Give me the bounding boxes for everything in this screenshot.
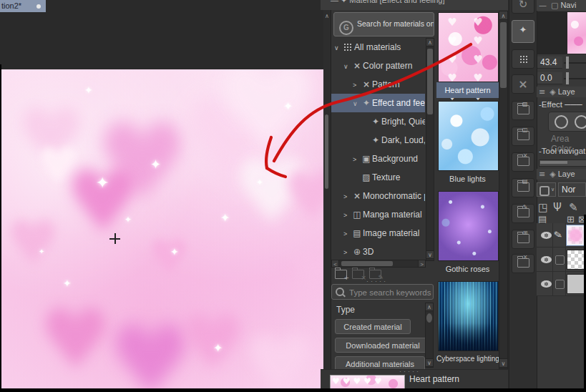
tab-close-icon[interactable]	[36, 4, 41, 9]
category-assets-search[interactable]: ↻	[512, 0, 534, 14]
layer-thumbnail[interactable]	[567, 225, 585, 245]
rotation-slider-thumb[interactable]	[566, 72, 569, 84]
clipping-mask-icon[interactable]: ◳	[538, 201, 548, 214]
category-effect-and-feeling[interactable]: ✦	[512, 20, 534, 43]
heart-shape: ♥	[16, 98, 87, 177]
chevron-right-icon[interactable]: >	[343, 225, 351, 242]
tree-item-color-pattern[interactable]: ∨×Color pattern	[331, 57, 425, 75]
chevron-right-icon[interactable]: >	[353, 150, 361, 168]
new-folder-button[interactable]: +	[335, 270, 347, 281]
scrollbar-thumb[interactable]	[325, 114, 328, 189]
scroll-down-icon[interactable]: ∨	[426, 250, 434, 259]
zoom-slider-thumb[interactable]	[566, 57, 569, 69]
scrollbar-thumb[interactable]	[500, 22, 507, 88]
scroll-down-icon[interactable]: ∨	[425, 358, 434, 367]
draft-pen-icon[interactable]: ✎	[569, 201, 578, 214]
tree-item-background[interactable]: >▣Background	[331, 150, 425, 168]
keyword-search-field[interactable]	[331, 284, 434, 300]
brush-shape-combobox[interactable]: ∨	[537, 182, 556, 197]
tool-navigation-slider[interactable]	[539, 160, 586, 167]
category-edit-folder[interactable]: ✎	[512, 204, 534, 223]
filter-created-material[interactable]: Created material	[335, 319, 411, 334]
chevron-right-icon[interactable]: >	[343, 243, 351, 261]
scroll-right-icon[interactable]: >	[418, 260, 426, 268]
layer-checkbox[interactable]	[555, 255, 565, 265]
assets-logo-icon: G	[339, 21, 353, 35]
effect-icon[interactable]	[575, 115, 586, 129]
tree-item-manga-material[interactable]: >◫Manga material	[331, 205, 425, 224]
layer-row[interactable]	[537, 248, 586, 272]
tree-item-all-materials[interactable]: ∨All materials	[331, 38, 425, 57]
panel-menu-icon[interactable]: —	[331, 0, 338, 4]
zoom-value-field[interactable]: 43.4	[537, 57, 562, 69]
visibility-eye-icon[interactable]	[541, 232, 552, 239]
hatch-folder-icon: ▨	[517, 105, 529, 114]
panel-menu-icon[interactable]: ≡	[539, 87, 545, 97]
chevron-up-icon[interactable]: ∧	[324, 13, 330, 19]
tree-item-monochromatic-pa[interactable]: >×Monochromatic pa	[331, 187, 425, 205]
scrollbar-thumb[interactable]	[426, 313, 432, 323]
delete-folder-button[interactable]: ×	[352, 270, 364, 281]
scroll-down-icon[interactable]: ∨	[499, 358, 508, 368]
chevron-down-icon[interactable]: ∨	[334, 39, 342, 57]
tree-item-pattern[interactable]: >×Pattern	[331, 75, 425, 94]
category-cross-folder[interactable]: ×	[512, 254, 534, 273]
category-texture-folder[interactable]: ▨	[512, 101, 534, 120]
layer-thumbnail[interactable]	[567, 274, 585, 294]
material-thumb-heart-pattern[interactable]: ♥ ♥ ♥ ♥ ♥ ♥ ♥ ♥ ♥ ♥ ♥ ♥	[438, 12, 499, 82]
category-all-materials[interactable]	[512, 49, 534, 69]
tree-item-image-material[interactable]: >▤Image material	[331, 224, 425, 242]
tree-item-dark-loud-t[interactable]: ✦Dark, Loud, T	[331, 131, 425, 150]
search-input[interactable]	[348, 285, 433, 300]
visibility-eye-icon[interactable]	[541, 256, 552, 263]
tree-item-bright-quiet[interactable]: ✦Bright, Quiet,	[331, 112, 425, 131]
category-image-material-folder[interactable]: ▤	[512, 178, 534, 197]
panel-edge-scrollbar[interactable]: ∨ ∧	[323, 0, 331, 388]
chevron-right-icon[interactable]: >	[343, 187, 351, 205]
tree-item-texture[interactable]: ▨Texture	[331, 168, 425, 187]
chevron-down-icon[interactable]: ∨	[343, 57, 351, 75]
layer-checkbox[interactable]	[555, 280, 565, 289]
material-thumbnail-list: ♥ ♥ ♥ ♥ ♥ ♥ ♥ ♥ ♥ ♥ ♥ ♥Heart patternBlue…	[436, 11, 499, 369]
layer-thumbnail[interactable]	[567, 250, 585, 270]
material-thumb-gothic-roses[interactable]	[438, 191, 499, 261]
tree-item-label: Pattern	[372, 79, 400, 89]
material-thumb-cyberspace-lighting[interactable]	[438, 281, 499, 351]
material-thumb-blue-lights[interactable]	[438, 101, 499, 171]
chevron-right-icon[interactable]: >	[353, 76, 361, 94]
layer-row[interactable]	[537, 272, 586, 296]
scroll-up-icon[interactable]: ∧	[499, 11, 508, 20]
panel-menu-icon[interactable]: ≡	[539, 169, 545, 180]
scrollbar-thumb[interactable]	[341, 261, 393, 266]
chevron-down-icon[interactable]: ∨	[353, 94, 361, 112]
scroll-left-icon[interactable]: <	[331, 260, 339, 268]
layer-panel-header[interactable]: ≡◈Laye	[537, 169, 586, 180]
material-panel-header[interactable]: — ✦ Material [Effect and feeling]	[321, 0, 508, 10]
visibility-eye-icon[interactable]	[541, 280, 552, 288]
assets-search-button[interactable]: GSearch for materials on ASSETS	[333, 12, 434, 36]
canvas[interactable]: ♥♥♥♥♥♥♥♥♥♥♥♥♥♥♥✦✦✦✦✦✦✦✦✦✦✦	[1, 69, 323, 388]
category-color-pattern[interactable]: ×	[512, 74, 534, 94]
category-monochromatic-folder[interactable]: ×	[512, 152, 534, 172]
category-grid-folder[interactable]: ⊞	[512, 230, 534, 249]
light-table-icon[interactable]: Ψ	[553, 201, 562, 214]
layer-property-header[interactable]: ≡◈Laye	[537, 87, 586, 97]
scroll-up-icon[interactable]: ∧	[425, 303, 434, 311]
blend-mode-dropdown[interactable]: Nor	[558, 182, 586, 197]
sparkles-icon: ✦	[361, 94, 372, 112]
tree-item-effect-and-feeling[interactable]: ∨✦Effect and feeling	[331, 94, 425, 112]
filter-downloaded-material[interactable]: Downloaded material	[335, 338, 431, 353]
tree-item-3d[interactable]: >⊕3D	[331, 242, 425, 261]
chevron-right-icon[interactable]: >	[343, 206, 351, 224]
scrollbar-thumb[interactable]	[427, 49, 433, 114]
scroll-up-icon[interactable]: ∧	[426, 38, 434, 46]
layer-row[interactable]: ✎	[537, 223, 586, 248]
rotation-value-field[interactable]: 0.0	[537, 72, 562, 84]
navigator-header[interactable]: —▢Navi	[537, 0, 586, 11]
panel-minimize-icon[interactable]: —	[539, 0, 547, 11]
category-manga-material-folder[interactable]: ◫	[512, 127, 534, 146]
document-tab[interactable]: tion2*	[0, 0, 46, 12]
navigator-preview[interactable]	[537, 11, 586, 54]
border-effect-icon[interactable]	[555, 115, 568, 129]
selected-material-thumbnail[interactable]: ♥♥♥♥♥	[330, 375, 405, 390]
